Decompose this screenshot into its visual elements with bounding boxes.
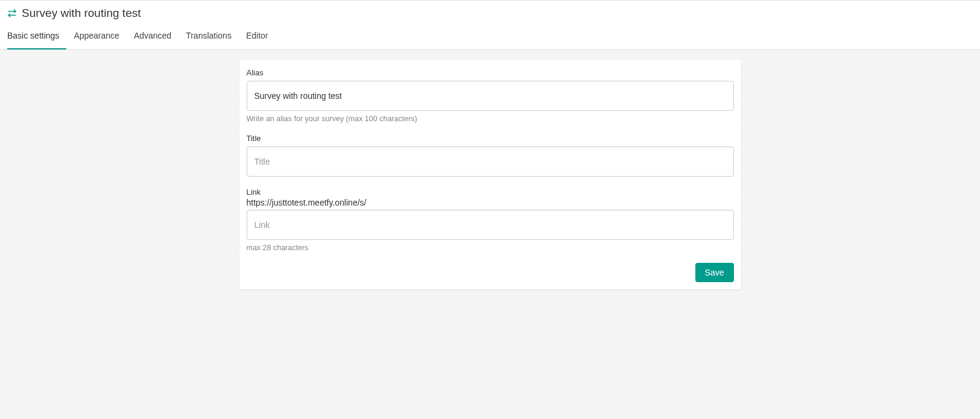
tab-translations[interactable]: Translations [186, 24, 239, 49]
page-title: Survey with routing test [22, 7, 141, 20]
actions: Save [247, 263, 734, 282]
save-button[interactable]: Save [695, 263, 734, 282]
page-header: Survey with routing test Basic settings … [0, 0, 980, 50]
link-url-prefix: https://justtotest.meetfy.online/s/ [247, 198, 734, 207]
tab-basic-settings[interactable]: Basic settings [7, 24, 66, 49]
alias-input[interactable] [247, 81, 734, 111]
content-wrap: Alias Write an alias for your survey (ma… [0, 50, 980, 299]
tab-advanced[interactable]: Advanced [134, 24, 179, 49]
settings-card: Alias Write an alias for your survey (ma… [239, 60, 741, 289]
link-label: Link [247, 187, 734, 197]
tab-appearance[interactable]: Appearance [74, 24, 127, 49]
link-group: Link https://justtotest.meetfy.online/s/… [247, 187, 734, 252]
link-help: max 28 characters [247, 244, 734, 252]
title-label: Title [247, 134, 734, 143]
tabs: Basic settings Appearance Advanced Trans… [0, 24, 980, 49]
alias-help: Write an alias for your survey (max 100 … [247, 115, 734, 123]
swap-icon [7, 8, 17, 18]
tab-editor[interactable]: Editor [246, 24, 276, 49]
alias-group: Alias Write an alias for your survey (ma… [247, 68, 734, 123]
title-row: Survey with routing test [0, 1, 980, 24]
link-input[interactable] [247, 210, 734, 240]
alias-label: Alias [247, 68, 734, 77]
title-group: Title [247, 134, 734, 177]
title-input[interactable] [247, 146, 734, 177]
